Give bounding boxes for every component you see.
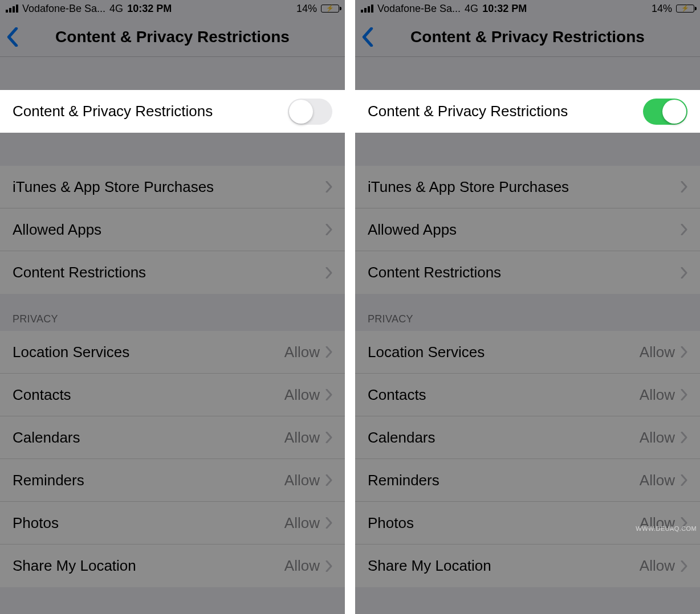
chevron-right-icon [681,389,687,400]
row-location-services[interactable]: Location Services Allow [355,331,700,374]
toggle-label: Content & Privacy Restrictions [368,103,643,120]
carrier-label: Vodafone-Be Sa... [22,3,105,15]
privacy-section: Location Services Allow Contacts Allow C… [355,331,700,587]
chevron-right-icon [325,432,332,443]
chevron-right-icon [681,560,687,572]
chevron-left-icon [362,27,373,47]
cellular-signal-icon [6,5,18,13]
privacy-section-header: PRIVACY [0,294,345,331]
status-time: 10:32 PM [482,3,527,15]
store-section: iTunes & App Store Purchases Allowed App… [355,166,700,294]
row-photos[interactable]: Photos Allow [355,502,700,545]
battery-percent: 14% [652,3,672,15]
chevron-right-icon [325,389,332,400]
row-reminders[interactable]: Reminders Allow [0,459,345,502]
chevron-right-icon [325,560,332,572]
spacer [0,133,345,166]
battery-icon: ⚡ [321,5,339,13]
side-by-side-container: Vodafone-Be Sa... 4G 10:32 PM 14% ⚡ Cont… [0,0,700,614]
status-bar: Vodafone-Be Sa... 4G 10:32 PM 14% ⚡ [0,0,345,17]
nav-bar: Content & Privacy Restrictions [0,17,345,57]
status-time: 10:32 PM [127,3,172,15]
nav-bar: Content & Privacy Restrictions [355,17,700,57]
chevron-right-icon [681,181,687,193]
spacer [355,133,700,166]
chevron-right-icon [325,474,332,486]
back-button[interactable] [362,27,373,47]
chevron-right-icon [325,181,332,193]
store-section: iTunes & App Store Purchases Allowed App… [0,166,345,294]
back-button[interactable] [7,27,18,47]
toggle-knob [289,100,313,124]
network-label: 4G [465,3,478,15]
toggle-section: Content & Privacy Restrictions [0,90,345,133]
row-photos[interactable]: Photos Allow [0,502,345,545]
phone-left: Vodafone-Be Sa... 4G 10:32 PM 14% ⚡ Cont… [0,0,345,614]
spacer [355,57,700,90]
content-privacy-toggle[interactable] [643,99,687,125]
chevron-right-icon [681,346,687,358]
chevron-right-icon [325,346,332,358]
spacer [0,57,345,90]
phone-gap [345,0,355,614]
chevron-right-icon [681,267,687,279]
network-label: 4G [109,3,123,15]
row-calendars[interactable]: Calendars Allow [0,416,345,459]
chevron-right-icon [681,224,687,235]
row-calendars[interactable]: Calendars Allow [355,416,700,459]
row-content-restrictions[interactable]: Content Restrictions [0,251,345,294]
carrier-label: Vodafone-Be Sa... [377,3,461,15]
row-content-restrictions[interactable]: Content Restrictions [355,251,700,294]
chevron-right-icon [325,224,332,235]
toggle-label: Content & Privacy Restrictions [13,103,288,120]
privacy-section: Location Services Allow Contacts Allow C… [0,331,345,587]
cellular-signal-icon [361,5,373,13]
row-contacts[interactable]: Contacts Allow [355,374,700,416]
row-itunes-purchases[interactable]: iTunes & App Store Purchases [0,166,345,208]
content-privacy-toggle[interactable] [288,99,332,125]
status-bar: Vodafone-Be Sa... 4G 10:32 PM 14% ⚡ [355,0,700,17]
row-location-services[interactable]: Location Services Allow [0,331,345,374]
page-title: Content & Privacy Restrictions [55,28,290,46]
privacy-section-header: PRIVACY [355,294,700,331]
watermark: WWW.DEUAQ.COM [636,525,697,532]
chevron-right-icon [681,474,687,486]
content-privacy-toggle-row[interactable]: Content & Privacy Restrictions [0,90,345,133]
chevron-left-icon [7,27,18,47]
row-share-my-location[interactable]: Share My Location Allow [355,545,700,587]
row-share-my-location[interactable]: Share My Location Allow [0,545,345,587]
row-contacts[interactable]: Contacts Allow [0,374,345,416]
row-allowed-apps[interactable]: Allowed Apps [0,208,345,251]
row-allowed-apps[interactable]: Allowed Apps [355,208,700,251]
row-reminders[interactable]: Reminders Allow [355,459,700,502]
chevron-right-icon [681,432,687,443]
content-privacy-toggle-row[interactable]: Content & Privacy Restrictions [355,90,700,133]
battery-icon: ⚡ [676,5,694,13]
page-title: Content & Privacy Restrictions [410,28,645,46]
toggle-knob [662,100,686,124]
chevron-right-icon [325,267,332,279]
battery-percent: 14% [296,3,317,15]
chevron-right-icon [325,517,332,529]
toggle-section: Content & Privacy Restrictions [355,90,700,133]
phone-right: Vodafone-Be Sa... 4G 10:32 PM 14% ⚡ Cont… [355,0,700,614]
row-itunes-purchases[interactable]: iTunes & App Store Purchases [355,166,700,208]
